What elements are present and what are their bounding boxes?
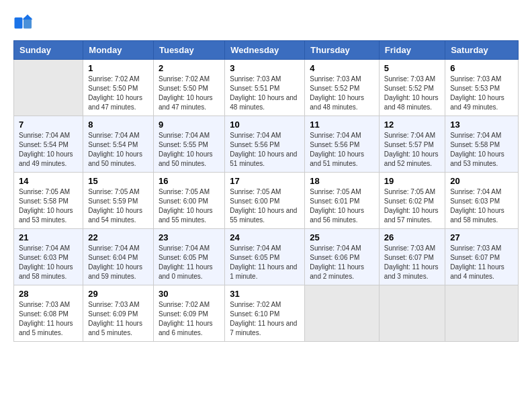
logo — [13, 13, 36, 34]
day-cell: 17Sunrise: 7:05 AMSunset: 6:00 PMDayligh… — [225, 173, 305, 229]
day-info: Sunrise: 7:05 AMSunset: 6:01 PMDaylight:… — [310, 187, 374, 225]
day-info: Sunrise: 7:05 AMSunset: 6:02 PMDaylight:… — [384, 187, 440, 225]
week-row-5: 28Sunrise: 7:03 AMSunset: 6:08 PMDayligh… — [14, 285, 519, 342]
day-number: 12 — [384, 120, 440, 130]
day-cell: 16Sunrise: 7:05 AMSunset: 6:00 PMDayligh… — [153, 173, 224, 229]
day-number: 10 — [230, 120, 300, 130]
day-cell: 25Sunrise: 7:04 AMSunset: 6:06 PMDayligh… — [305, 229, 380, 285]
day-info: Sunrise: 7:02 AMSunset: 5:50 PMDaylight:… — [159, 75, 220, 112]
day-info: Sunrise: 7:04 AMSunset: 6:06 PMDaylight:… — [310, 244, 374, 281]
day-number: 14 — [19, 176, 78, 186]
day-number: 27 — [450, 232, 513, 242]
calendar-table: SundayMondayTuesdayWednesdayThursdayFrid… — [13, 40, 519, 342]
day-cell: 14Sunrise: 7:05 AMSunset: 5:58 PMDayligh… — [14, 173, 83, 229]
day-cell: 31Sunrise: 7:02 AMSunset: 6:10 PMDayligh… — [225, 285, 305, 342]
day-number: 16 — [159, 176, 220, 186]
day-number: 18 — [310, 176, 374, 186]
day-number: 21 — [19, 232, 78, 242]
day-number: 31 — [230, 289, 300, 299]
day-info: Sunrise: 7:04 AMSunset: 5:57 PMDaylight:… — [384, 131, 440, 169]
day-number: 6 — [450, 63, 513, 73]
day-info: Sunrise: 7:03 AMSunset: 5:53 PMDaylight:… — [450, 75, 513, 112]
day-cell — [305, 285, 380, 342]
day-info: Sunrise: 7:05 AMSunset: 5:59 PMDaylight:… — [88, 187, 148, 225]
day-number: 26 — [384, 232, 440, 242]
day-cell: 1Sunrise: 7:02 AMSunset: 5:50 PMDaylight… — [83, 60, 154, 116]
col-header-friday: Friday — [379, 41, 445, 60]
day-info: Sunrise: 7:02 AMSunset: 5:50 PMDaylight:… — [88, 75, 148, 112]
day-number: 28 — [19, 289, 78, 299]
day-cell: 2Sunrise: 7:02 AMSunset: 5:50 PMDaylight… — [153, 60, 224, 116]
day-info: Sunrise: 7:03 AMSunset: 5:51 PMDaylight:… — [230, 75, 300, 112]
day-info: Sunrise: 7:05 AMSunset: 6:00 PMDaylight:… — [230, 187, 300, 225]
day-number: 29 — [88, 289, 148, 299]
day-cell: 30Sunrise: 7:02 AMSunset: 6:09 PMDayligh… — [153, 285, 224, 342]
day-cell: 28Sunrise: 7:03 AMSunset: 6:08 PMDayligh… — [14, 285, 83, 342]
day-info: Sunrise: 7:03 AMSunset: 6:07 PMDaylight:… — [450, 244, 513, 281]
day-cell: 10Sunrise: 7:04 AMSunset: 5:56 PMDayligh… — [225, 116, 305, 173]
day-number: 13 — [450, 120, 513, 130]
day-info: Sunrise: 7:04 AMSunset: 5:58 PMDaylight:… — [450, 131, 513, 169]
day-cell: 11Sunrise: 7:04 AMSunset: 5:56 PMDayligh… — [305, 116, 380, 173]
day-number: 1 — [88, 63, 148, 73]
day-cell: 29Sunrise: 7:03 AMSunset: 6:09 PMDayligh… — [83, 285, 154, 342]
day-number: 22 — [88, 232, 148, 242]
day-info: Sunrise: 7:04 AMSunset: 6:05 PMDaylight:… — [230, 244, 300, 281]
day-number: 15 — [88, 176, 148, 186]
day-number: 17 — [230, 176, 300, 186]
day-info: Sunrise: 7:04 AMSunset: 6:03 PMDaylight:… — [19, 244, 78, 281]
day-number: 30 — [159, 289, 220, 299]
week-row-3: 14Sunrise: 7:05 AMSunset: 5:58 PMDayligh… — [14, 173, 519, 229]
day-cell — [379, 285, 445, 342]
day-info: Sunrise: 7:02 AMSunset: 6:09 PMDaylight:… — [159, 300, 220, 338]
day-cell: 22Sunrise: 7:04 AMSunset: 6:04 PMDayligh… — [83, 229, 154, 285]
day-cell: 5Sunrise: 7:03 AMSunset: 5:52 PMDaylight… — [379, 60, 445, 116]
day-info: Sunrise: 7:04 AMSunset: 6:04 PMDaylight:… — [88, 244, 148, 281]
day-cell: 4Sunrise: 7:03 AMSunset: 5:52 PMDaylight… — [305, 60, 380, 116]
day-cell: 27Sunrise: 7:03 AMSunset: 6:07 PMDayligh… — [445, 229, 519, 285]
day-cell: 20Sunrise: 7:04 AMSunset: 6:03 PMDayligh… — [445, 173, 519, 229]
day-number: 2 — [159, 63, 220, 73]
day-info: Sunrise: 7:04 AMSunset: 5:56 PMDaylight:… — [230, 131, 300, 169]
logo-icon — [13, 13, 34, 34]
day-cell: 6Sunrise: 7:03 AMSunset: 5:53 PMDaylight… — [445, 60, 519, 116]
day-cell: 24Sunrise: 7:04 AMSunset: 6:05 PMDayligh… — [225, 229, 305, 285]
week-row-4: 21Sunrise: 7:04 AMSunset: 6:03 PMDayligh… — [14, 229, 519, 285]
day-cell: 3Sunrise: 7:03 AMSunset: 5:51 PMDaylight… — [225, 60, 305, 116]
day-number: 5 — [384, 63, 440, 73]
day-number: 19 — [384, 176, 440, 186]
day-cell: 21Sunrise: 7:04 AMSunset: 6:03 PMDayligh… — [14, 229, 83, 285]
day-number: 25 — [310, 232, 374, 242]
day-info: Sunrise: 7:05 AMSunset: 5:58 PMDaylight:… — [19, 187, 78, 225]
col-header-saturday: Saturday — [445, 41, 519, 60]
day-cell: 9Sunrise: 7:04 AMSunset: 5:55 PMDaylight… — [153, 116, 224, 173]
day-number: 8 — [88, 120, 148, 130]
day-info: Sunrise: 7:02 AMSunset: 6:10 PMDaylight:… — [230, 300, 300, 338]
day-info: Sunrise: 7:03 AMSunset: 6:09 PMDaylight:… — [88, 300, 148, 338]
col-header-monday: Monday — [83, 41, 154, 60]
day-cell: 13Sunrise: 7:04 AMSunset: 5:58 PMDayligh… — [445, 116, 519, 173]
day-info: Sunrise: 7:04 AMSunset: 5:56 PMDaylight:… — [310, 131, 374, 169]
day-info: Sunrise: 7:04 AMSunset: 5:55 PMDaylight:… — [159, 131, 220, 169]
day-cell: 7Sunrise: 7:04 AMSunset: 5:54 PMDaylight… — [14, 116, 83, 173]
day-number: 23 — [159, 232, 220, 242]
day-info: Sunrise: 7:04 AMSunset: 5:54 PMDaylight:… — [19, 131, 78, 169]
day-cell: 23Sunrise: 7:04 AMSunset: 6:05 PMDayligh… — [153, 229, 224, 285]
day-cell: 19Sunrise: 7:05 AMSunset: 6:02 PMDayligh… — [379, 173, 445, 229]
day-info: Sunrise: 7:05 AMSunset: 6:00 PMDaylight:… — [159, 187, 220, 225]
day-cell: 12Sunrise: 7:04 AMSunset: 5:57 PMDayligh… — [379, 116, 445, 173]
col-header-tuesday: Tuesday — [153, 41, 224, 60]
day-info: Sunrise: 7:03 AMSunset: 6:08 PMDaylight:… — [19, 300, 78, 338]
col-header-wednesday: Wednesday — [225, 41, 305, 60]
day-number: 11 — [310, 120, 374, 130]
col-header-thursday: Thursday — [305, 41, 380, 60]
day-number: 3 — [230, 63, 300, 73]
day-info: Sunrise: 7:03 AMSunset: 5:52 PMDaylight:… — [384, 75, 440, 112]
day-info: Sunrise: 7:04 AMSunset: 6:03 PMDaylight:… — [450, 187, 513, 225]
col-header-sunday: Sunday — [14, 41, 83, 60]
calendar-header-row: SundayMondayTuesdayWednesdayThursdayFrid… — [14, 41, 519, 60]
day-number: 24 — [230, 232, 300, 242]
day-cell — [445, 285, 519, 342]
page-header — [13, 13, 519, 34]
day-number: 4 — [310, 63, 374, 73]
